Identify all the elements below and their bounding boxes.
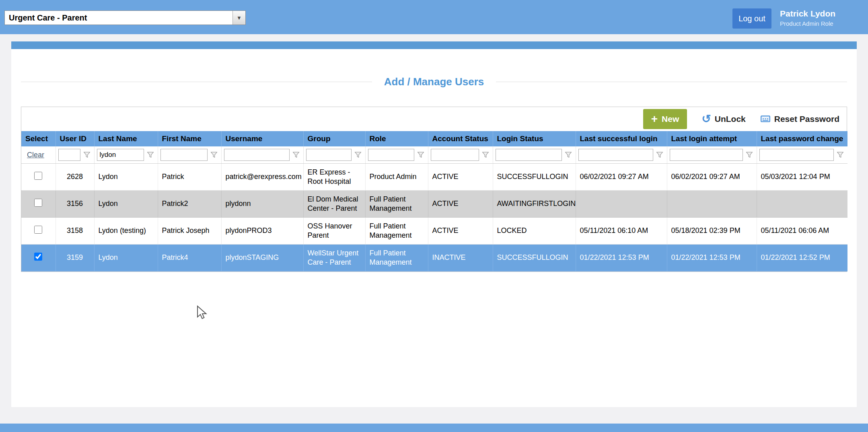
cell-user-id: 3158	[56, 218, 94, 245]
content-card: Add / Manage Users + New ↺ UnLock R	[11, 41, 857, 407]
user-role: Product Admin Role	[780, 20, 835, 27]
filter-input-username[interactable]	[224, 149, 290, 161]
cell-login-status: LOCKED	[493, 218, 576, 245]
cell-account-status: INACTIVE	[428, 245, 493, 272]
new-user-label: New	[662, 114, 679, 124]
col-header-select[interactable]: Select	[21, 131, 56, 146]
cell-last-successful-login	[576, 191, 667, 218]
cell-group: WellStar Urgent Care - Parent	[303, 245, 365, 272]
title-divider-right	[496, 82, 847, 82]
col-header-role[interactable]: Role	[365, 131, 428, 146]
title-row: Add / Manage Users	[21, 76, 847, 88]
filter-funnel-icon[interactable]	[416, 150, 426, 160]
filter-funnel-icon[interactable]	[146, 150, 155, 160]
filter-funnel-icon[interactable]	[353, 150, 363, 160]
filter-input-group[interactable]	[306, 149, 352, 161]
row-select-checkbox[interactable]	[34, 253, 42, 261]
filter-row: Clear	[21, 146, 847, 164]
col-header-login-status[interactable]: Login Status	[493, 131, 576, 146]
filter-input-login-status[interactable]	[496, 149, 562, 161]
filter-input-role[interactable]	[368, 149, 414, 161]
logout-button[interactable]: Log out	[732, 8, 771, 29]
filter-input-last-name[interactable]	[97, 149, 144, 161]
plus-icon: +	[651, 113, 658, 125]
page-title: Add / Manage Users	[384, 76, 484, 88]
cell-user-id: 2628	[56, 164, 94, 191]
cell-username: plydonn	[221, 191, 303, 218]
filter-funnel-icon[interactable]	[655, 150, 664, 160]
cell-select	[21, 191, 56, 218]
cell-account-status: ACTIVE	[428, 164, 493, 191]
filter-input-user-id[interactable]	[58, 149, 80, 161]
cell-last-password-change	[757, 191, 847, 218]
users-grid: + New ↺ UnLock Reset Password	[21, 107, 847, 272]
cell-last-name: Lydon	[94, 245, 158, 272]
unlock-button[interactable]: ↺ UnLock	[701, 113, 745, 125]
cell-user-id: 3156	[56, 191, 94, 218]
cell-select	[21, 164, 56, 191]
cell-first-name: Patrick	[158, 164, 221, 191]
cell-user-id: 3159	[56, 245, 94, 272]
filter-funnel-icon[interactable]	[82, 150, 92, 160]
filter-funnel-icon[interactable]	[209, 150, 219, 160]
clear-filter-cell: Clear	[21, 146, 56, 164]
col-header-last-successful-login[interactable]: Last successful login	[576, 131, 667, 146]
reset-password-button[interactable]: Reset Password	[760, 114, 839, 124]
col-header-last-password-change[interactable]: Last password change	[757, 131, 847, 146]
cell-last-login-attempt: 05/18/2021 02:39 PM	[667, 218, 757, 245]
row-select-checkbox[interactable]	[34, 226, 42, 234]
filter-input-last-password-change[interactable]	[759, 149, 834, 161]
filter-input-account-status[interactable]	[431, 149, 479, 161]
unlock-icon: ↺	[701, 113, 711, 125]
col-header-account-status[interactable]: Account Status	[428, 131, 493, 146]
cell-role: Full Patient Management	[365, 245, 428, 272]
row-select-checkbox[interactable]	[34, 199, 42, 207]
cell-last-successful-login: 01/22/2021 12:53 PM	[576, 245, 667, 272]
user-name: Patrick Lydon	[780, 9, 835, 19]
cell-group: OSS Hanover Parent	[303, 218, 365, 245]
filter-funnel-icon[interactable]	[745, 150, 754, 160]
cell-first-name: Patrick Joseph	[158, 218, 221, 245]
reset-password-label: Reset Password	[774, 114, 839, 124]
table-row[interactable]: 3156 Lydon Patrick2 plydonn El Dom Medic…	[21, 191, 847, 218]
title-divider-left	[21, 82, 372, 82]
header-row: Select User ID Last Name First Name User…	[21, 131, 847, 146]
accent-strip	[11, 41, 857, 49]
new-user-button[interactable]: + New	[643, 109, 687, 129]
col-header-username[interactable]: Username	[221, 131, 303, 146]
cell-first-name: Patrick2	[158, 191, 221, 218]
cell-username: patrick@erexpress.com	[221, 164, 303, 191]
facility-select-value: Urgent Care - Parent	[5, 11, 232, 25]
facility-select[interactable]: Urgent Care - Parent ▼	[4, 10, 246, 25]
cell-last-login-attempt	[667, 191, 757, 218]
cell-account-status: ACTIVE	[428, 191, 493, 218]
clear-filters-link[interactable]: Clear	[24, 151, 44, 159]
col-header-user-id[interactable]: User ID	[56, 131, 94, 146]
row-select-checkbox[interactable]	[34, 172, 42, 180]
filter-input-last-successful-login[interactable]	[578, 149, 653, 161]
col-header-group[interactable]: Group	[303, 131, 365, 146]
cell-last-name: Lydon	[94, 164, 158, 191]
col-header-last-name[interactable]: Last Name	[94, 131, 158, 146]
col-header-last-login-attempt[interactable]: Last login attempt	[667, 131, 757, 146]
table-row[interactable]: 3159 Lydon Patrick4 plydonSTAGING WellSt…	[21, 245, 847, 272]
app-header: Urgent Care - Parent ▼ Log out Patrick L…	[0, 0, 868, 34]
cell-login-status: AWAITINGFIRSTLOGIN	[493, 191, 576, 218]
filter-funnel-icon[interactable]	[481, 150, 490, 160]
filter-funnel-icon[interactable]	[564, 150, 573, 160]
cell-select	[21, 218, 56, 245]
cell-group: ER Express - Root Hospital	[303, 164, 365, 191]
col-header-first-name[interactable]: First Name	[158, 131, 221, 146]
table-row[interactable]: 3158 Lydon (testing) Patrick Joseph plyd…	[21, 218, 847, 245]
filter-funnel-icon[interactable]	[291, 150, 301, 160]
cell-last-password-change: 01/22/2021 12:52 PM	[757, 245, 847, 272]
chevron-down-icon[interactable]: ▼	[232, 11, 245, 25]
filter-funnel-icon[interactable]	[835, 150, 845, 160]
cell-last-name: Lydon (testing)	[94, 218, 158, 245]
cell-last-login-attempt: 06/02/2021 09:27 AM	[667, 164, 757, 191]
filter-input-last-login-attempt[interactable]	[670, 149, 743, 161]
table-row[interactable]: 2628 Lydon Patrick patrick@erexpress.com…	[21, 164, 847, 191]
reset-password-icon	[760, 114, 771, 124]
filter-input-first-name[interactable]	[160, 149, 208, 161]
cell-role: Product Admin	[365, 164, 428, 191]
